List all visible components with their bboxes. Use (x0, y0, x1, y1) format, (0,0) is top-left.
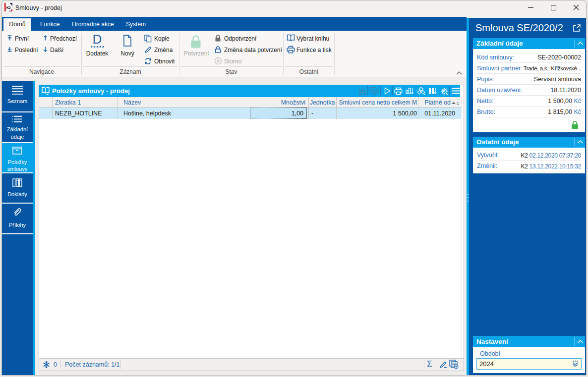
svg-text:K2: K2 (6, 5, 11, 10)
